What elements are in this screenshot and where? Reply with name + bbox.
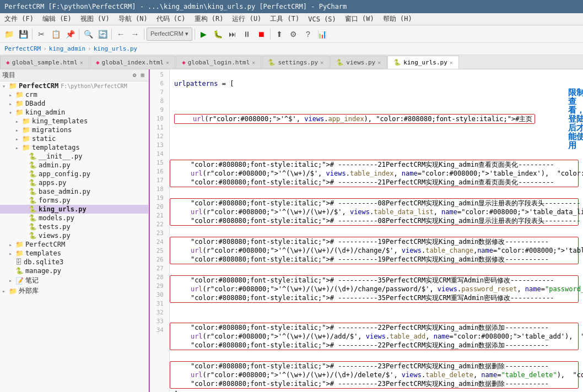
toolbar-save-btn[interactable]: 💾 [17,28,30,41]
file-icon-base-admin: 🐍 [29,188,37,195]
code-box-9: "color:#808080;font-style:italic;"># ---… [170,160,579,187]
breadcrumb-item-3[interactable]: king_urls.py [94,45,137,52]
toolbar-cut-btn[interactable]: ✂ [35,28,48,41]
sidebar-item-tests[interactable]: 🐍 tests.py [0,222,148,231]
sidebar-item-static[interactable]: ▸ 📁 static [0,134,148,143]
sidebar-item-models[interactable]: 🐍 models.py [0,214,148,222]
menu-code[interactable]: 代码 (C) [154,14,188,24]
toolbar-open-btn[interactable]: 📁 [2,28,15,41]
code-line-30: "color:#808080;font-style:italic;"># ---… [170,362,578,371]
arrow-dbadd: ▸ [9,101,15,107]
toolbar-sep-1 [32,29,33,40]
file-icon-tests: 🐍 [29,223,37,231]
code-line-26: "color:#808080;font-style:italic;"># ---… [170,323,578,332]
sidebar-item-views-king[interactable]: 🐍 views.py [0,231,148,240]
tab-close-settings[interactable]: ✕ [320,59,323,66]
toolbar-pause-btn[interactable]: ⏸ [240,28,253,41]
folder-icon-perfectcrm: 📁 [9,82,17,90]
sidebar-item-base-admin[interactable]: 🐍 base_admin.py [0,187,148,196]
menu-run[interactable]: 运行 (U) [230,14,263,24]
tab-global-login[interactable]: ◈ global_login.html ✕ [176,56,261,69]
toolbar-back-btn[interactable]: ← [114,28,127,41]
code-line-18: url(r"color:#008000;">'^(\w+)/(\w+)/(\d+… [170,246,578,255]
file-icon-manage: 🐍 [15,267,24,275]
sidebar-item-forms[interactable]: 🐍 forms.py [0,196,148,205]
sidebar-item-dbadd[interactable]: ▸ 📁 DBadd [0,99,148,108]
sidebar-item-king-templates[interactable]: ▸ 📁 king_templates [0,117,148,126]
toolbar-run-btn[interactable]: ▶ [197,28,210,41]
toolbar-perfectcrm-btn[interactable]: PerfectCRM ▾ [147,28,192,41]
arrow-templates: ▸ [9,251,15,257]
sidebar-expand-btn[interactable]: ⊞ [139,71,146,79]
sidebar-item-app-config[interactable]: 🐍 app_config.py [0,170,148,178]
tab-close-global-index[interactable]: ✕ [166,59,169,66]
tab-close-king-urls[interactable]: ✕ [450,59,453,66]
sidebar-item-manage[interactable]: 🐍 manage.py [0,266,148,275]
code-line-23: "color:#808080;font-style:italic;"># ---… [170,293,578,302]
menu-edit[interactable]: 编辑 (E) [40,14,74,24]
sidebar-item-init[interactable]: 🐍 __init__.py [0,152,148,161]
sidebar-item-admin[interactable]: 🐍 admin.py [0,161,148,170]
toolbar-help-btn[interactable]: ? [301,28,315,41]
sidebar-item-perfectcrm-pkg[interactable]: ▸ 📁 PerfectCRM [0,240,148,249]
toolbar-debug-btn[interactable]: 🐛 [212,28,225,41]
tab-close-views[interactable]: ✕ [377,59,381,66]
tab-global-index[interactable]: ◈ global_index.html ✕ [90,56,175,69]
tab-icon-global-index: ◈ [96,59,100,66]
toolbar-stop-btn[interactable]: ⏹ [255,28,268,41]
breadcrumb-item-1[interactable]: PerfectCRM [4,45,41,52]
breadcrumb-item-2[interactable]: king_admin [49,45,85,52]
menu-refactor[interactable]: 重构 (R) [192,14,226,24]
menu-tools[interactable]: 工具 (T) [268,14,301,24]
arrow-templatetags: ▸ [15,145,22,151]
toolbar-replace-btn[interactable]: 🔄 [96,28,109,41]
label-external: 外部库 [19,286,39,296]
label-tests: tests.py [39,223,71,231]
menu-navigate[interactable]: 导航 (N) [116,14,150,24]
menu-vcs[interactable]: VCS (S) [306,15,338,24]
menu-view[interactable]: 视图 (V) [78,14,112,24]
sidebar-item-king-admin[interactable]: ▾ 📁 king_admin [0,108,148,117]
code-box-21: "color:#808080;font-style:italic;"># ---… [170,275,579,303]
sidebar-item-templatetags[interactable]: ▸ 📁 templatetags [0,143,148,152]
toolbar-vcs-btn[interactable]: ⬆ [273,28,286,41]
code-view[interactable]: urlpatterns = [ url(r"color:#008000;">'^… [170,69,583,392]
toolbar-sep-5 [195,29,195,40]
sidebar-item-perfectcrm-root[interactable]: ▾ 📁 PerfectCRM F:\python\PerfectCRM [0,81,148,90]
sidebar-gear-btn[interactable]: ⚙ [131,71,138,79]
code-line-11: "color:#808080;font-style:italic;"># ---… [170,178,578,187]
code-line-21: "color:#808080;font-style:italic;"># ---… [170,276,578,285]
tab-close-global-login[interactable]: ✕ [252,59,255,66]
sidebar-item-notes[interactable]: ▸ 📝 笔记 [0,275,148,286]
tab-settings[interactable]: 🐍 settings.py ✕ [262,56,330,69]
sidebar-item-apps[interactable]: 🐍 apps.py [0,178,148,187]
tab-close-global-sample[interactable]: ✕ [80,59,83,66]
toolbar-settings-btn[interactable]: ⚙ [287,28,300,41]
sidebar-item-db[interactable]: 🗄 db.sqlite3 [0,258,148,266]
toolbar-copy-btn[interactable]: 📋 [49,28,62,41]
toolbar-search-btn[interactable]: 🔍 [82,28,95,41]
folder-icon-templates: 📁 [15,249,24,257]
label-app-config: app_config.py [39,170,90,178]
menu-help[interactable]: 帮助 (H) [381,14,414,24]
menu-window[interactable]: 窗口 (W) [343,14,376,24]
tab-label-views: views.py [346,59,375,66]
toolbar-forward-btn[interactable]: → [128,28,142,41]
sidebar-item-migrations[interactable]: ▸ 📁 migrations [0,126,148,134]
line-numbers: 5678910111213141516171819202122232425262… [150,69,170,392]
toolbar-paste-btn[interactable]: 📌 [63,28,77,41]
sidebar-item-templates[interactable]: ▸ 📁 templates [0,249,148,258]
annotation-label: 限制查看，登陆后才能使用 [568,88,583,150]
tab-views[interactable]: 🐍 views.py ✕ [330,56,387,69]
file-icon-admin: 🐍 [29,161,37,169]
titlebar: PerfectCRM [F:\python\PerfectCRM] - ...\… [0,0,583,13]
tab-king-urls[interactable]: 🐍 king_urls.py ✕ [387,56,459,69]
sidebar-item-king-urls[interactable]: 🐍 king_urls.py [0,205,148,214]
sidebar-item-external[interactable]: ▸ 📁 外部库 [0,286,148,296]
menubar: 文件 (F) 编辑 (E) 视图 (V) 导航 (N) 代码 (C) 重构 (R… [0,13,583,25]
toolbar-step-btn[interactable]: ⏭ [226,28,239,41]
tab-global-sample[interactable]: ◈ global_sample.html ✕ [0,56,89,69]
sidebar-item-crm[interactable]: ▸ 📁 crm [0,90,148,99]
toolbar-extra-btn[interactable]: 📊 [316,28,329,41]
menu-file[interactable]: 文件 (F) [2,14,36,24]
